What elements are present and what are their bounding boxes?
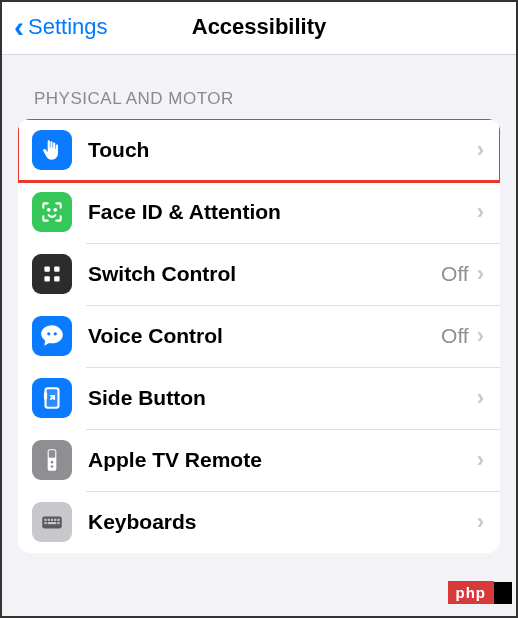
side-button-icon <box>32 378 72 418</box>
row-touch[interactable]: Touch › <box>18 119 500 181</box>
row-label: Side Button <box>88 386 477 410</box>
watermark: php <box>448 581 495 604</box>
svg-rect-15 <box>51 519 53 521</box>
svg-rect-9 <box>49 450 56 458</box>
row-faceid[interactable]: Face ID & Attention › <box>18 181 500 243</box>
row-switch-control[interactable]: Switch Control Off › <box>18 243 500 305</box>
row-appletv-remote[interactable]: Apple TV Remote › <box>18 429 500 491</box>
svg-rect-18 <box>44 522 46 524</box>
row-side-button[interactable]: Side Button › <box>18 367 500 429</box>
back-button[interactable]: ‹ Settings <box>14 12 108 42</box>
page-title: Accessibility <box>192 14 327 40</box>
row-status: Off <box>441 262 469 286</box>
svg-rect-4 <box>44 276 49 281</box>
row-keyboards[interactable]: Keyboards › <box>18 491 500 553</box>
svg-point-10 <box>51 461 54 464</box>
row-label: Apple TV Remote <box>88 448 477 472</box>
face-icon <box>32 192 72 232</box>
chevron-right-icon: › <box>477 323 484 349</box>
chevron-right-icon: › <box>477 385 484 411</box>
row-status: Off <box>441 324 469 348</box>
settings-screen: ‹ Settings Accessibility PHYSICAL AND MO… <box>2 2 516 616</box>
chevron-right-icon: › <box>477 137 484 163</box>
settings-list: Touch › Face ID & Attention › Switch Con… <box>18 119 500 553</box>
svg-rect-20 <box>57 522 59 524</box>
svg-rect-16 <box>54 519 56 521</box>
section-header: PHYSICAL AND MOTOR <box>2 55 516 119</box>
voice-icon <box>32 316 72 356</box>
svg-rect-19 <box>48 522 57 524</box>
svg-point-0 <box>48 209 50 211</box>
keyboard-icon <box>32 502 72 542</box>
grid-icon <box>32 254 72 294</box>
svg-rect-17 <box>57 519 59 521</box>
hand-icon <box>32 130 72 170</box>
row-label: Voice Control <box>88 324 441 348</box>
svg-rect-14 <box>48 519 50 521</box>
svg-rect-13 <box>44 519 46 521</box>
svg-rect-5 <box>54 276 59 281</box>
chevron-right-icon: › <box>477 261 484 287</box>
svg-rect-2 <box>44 266 49 271</box>
svg-point-11 <box>51 465 54 468</box>
row-label: Keyboards <box>88 510 477 534</box>
row-voice-control[interactable]: Voice Control Off › <box>18 305 500 367</box>
svg-rect-3 <box>54 266 59 271</box>
chevron-left-icon: ‹ <box>14 12 24 42</box>
chevron-right-icon: › <box>477 199 484 225</box>
back-label: Settings <box>28 14 108 40</box>
row-label: Switch Control <box>88 262 441 286</box>
chevron-right-icon: › <box>477 509 484 535</box>
remote-icon <box>32 440 72 480</box>
row-label: Face ID & Attention <box>88 200 477 224</box>
nav-bar: ‹ Settings Accessibility <box>2 2 516 55</box>
svg-point-1 <box>54 209 56 211</box>
chevron-right-icon: › <box>477 447 484 473</box>
row-label: Touch <box>88 138 477 162</box>
